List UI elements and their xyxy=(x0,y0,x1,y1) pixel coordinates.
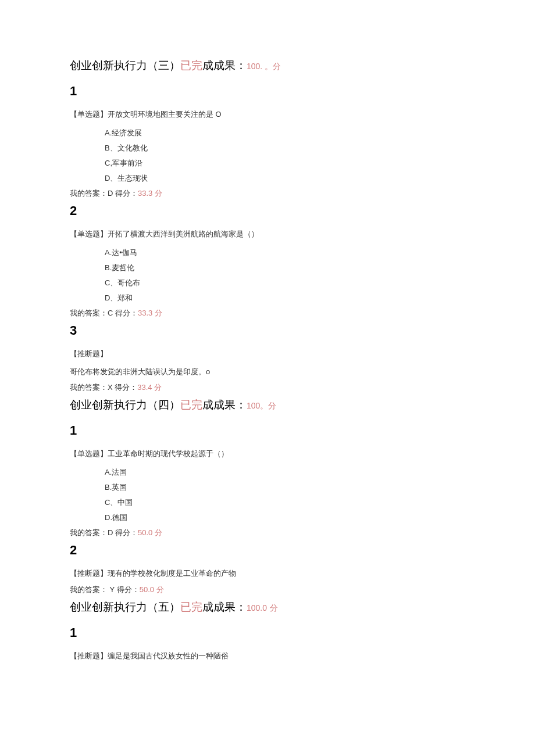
fen-label: 分 xyxy=(273,62,281,71)
question-stem: 【单选题】工业革命时期的现代学校起源于（） xyxy=(70,447,465,460)
option-a: A.达•伽马 xyxy=(105,245,465,260)
option-a: A.经济发展 xyxy=(105,126,465,141)
fen-label: 分 xyxy=(268,401,276,410)
answer-score: 33.3 分 xyxy=(138,189,162,198)
section-title-3: 创业创新执行力（三）已完成成果：100. 。分 xyxy=(70,58,465,73)
question-type-label: 【单选题】 xyxy=(70,110,108,119)
question-type-label: 【单选题】 xyxy=(70,449,108,458)
answer-score: 33.4 分 xyxy=(137,383,162,392)
answer-prefix: 我的答案： Y 得分： xyxy=(70,585,140,594)
question-number: 3 xyxy=(70,323,465,338)
question-number: 1 xyxy=(70,84,465,99)
result-label: 成成果： xyxy=(202,399,247,411)
option-b: B.英国 xyxy=(105,480,465,495)
question-type-label: 【单选题】 xyxy=(70,230,108,238)
answer-score: 33.3 分 xyxy=(138,309,162,317)
option-d: D、郑和 xyxy=(105,291,465,306)
answer-line: 我的答案： Y 得分：50.0 分 xyxy=(70,585,465,595)
answer-prefix: 我的答案：C 得分： xyxy=(70,309,138,317)
answer-prefix: 我的答案：D 得分： xyxy=(70,189,138,198)
question-stem: 【单选题】开拓了横渡大西洋到美洲航路的航海家是（） xyxy=(70,228,465,241)
option-c: C、中国 xyxy=(105,495,465,510)
section-title-5: 创业创新执行力（五）已完成成果：100.0 分 xyxy=(70,600,465,615)
answer-score: 50.0 分 xyxy=(140,585,164,594)
option-a: A.法国 xyxy=(105,465,465,480)
answer-line: 我的答案：D 得分：33.3 分 xyxy=(70,188,465,199)
question-stem: 【推断题】现有的学校教化制度是工业革命的产物 xyxy=(70,567,465,580)
question-text: 现有的学校教化制度是工业革命的产物 xyxy=(108,569,236,578)
question-stem: 【单选题】开放文明环境地图主要关注的是 O xyxy=(70,108,465,121)
option-c: C、哥伦布 xyxy=(105,275,465,291)
question-text: 开放文明环境地图主要关注的是 O xyxy=(108,110,222,119)
answer-prefix: 我的答案：D 得分： xyxy=(70,528,138,537)
question-stem: 【推断题】缠足是我国古代汉族女性的一种陋俗 xyxy=(70,650,465,662)
completed-label: 已完 xyxy=(180,59,202,71)
score-value: 100。 xyxy=(247,401,268,410)
question-type-label: 【推断题】 xyxy=(70,651,108,660)
option-d: D、生态现状 xyxy=(105,171,465,186)
answer-line: 我的答案：X 得分：33.4 分 xyxy=(70,382,465,393)
answer-prefix: 我的答案：X 得分： xyxy=(70,383,137,392)
section-title-4: 创业创新执行力（四）已完成成果：100。分 xyxy=(70,397,465,413)
title-prefix: 创业创新执行力（五） xyxy=(70,601,180,613)
question-number: 1 xyxy=(70,423,465,438)
option-b: B、文化教化 xyxy=(105,141,465,156)
question-type-label: 【推断题】 xyxy=(70,347,465,360)
score-value: 100. 。 xyxy=(247,62,273,71)
option-b: B.麦哲伦 xyxy=(105,260,465,275)
question-type-label: 【推断题】 xyxy=(70,569,108,578)
result-label: 成成果： xyxy=(202,601,247,613)
option-d: D.德国 xyxy=(105,510,465,525)
completed-label: 已完 xyxy=(180,399,202,411)
answer-score: 50.0 分 xyxy=(138,528,162,537)
question-number: 2 xyxy=(70,543,465,558)
question-text: 工业革命时期的现代学校起源于（） xyxy=(108,449,229,458)
result-label: 成成果： xyxy=(202,59,247,71)
question-number: 2 xyxy=(70,203,465,218)
title-prefix: 创业创新执行力（四） xyxy=(70,399,180,411)
answer-line: 我的答案：C 得分：33.3 分 xyxy=(70,308,465,318)
fen-label: 分 xyxy=(270,603,278,612)
question-number: 1 xyxy=(70,625,465,640)
question-text: 开拓了横渡大西洋到美洲航路的航海家是（） xyxy=(108,230,259,238)
answer-line: 我的答案：D 得分：50.0 分 xyxy=(70,528,465,538)
completed-label: 已完 xyxy=(180,601,202,613)
title-prefix: 创业创新执行力（三） xyxy=(70,59,180,71)
question-text: 缠足是我国古代汉族女性的一种陋俗 xyxy=(108,651,229,660)
score-value: 100.0 xyxy=(247,603,267,612)
option-c: C,军事前沿 xyxy=(105,156,465,171)
judgment-text: 哥伦布将发觉的非洲大陆误认为是印度。o xyxy=(70,365,465,378)
